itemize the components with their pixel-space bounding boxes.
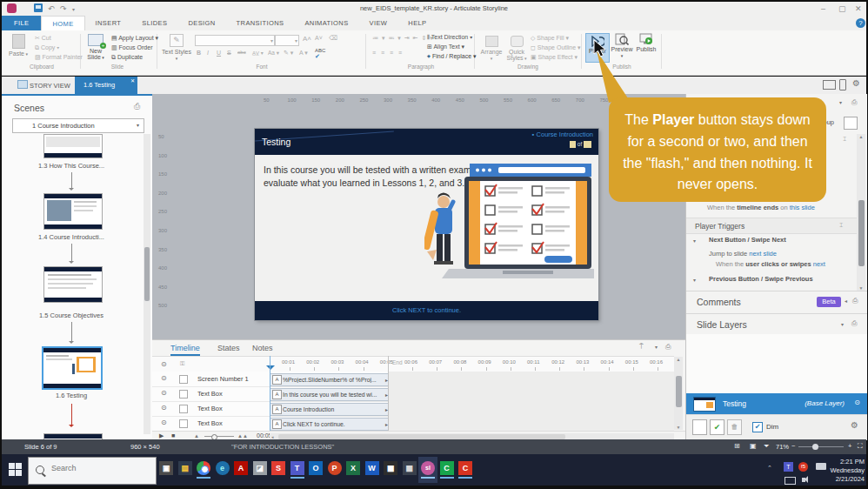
- bullets-button[interactable]: ≔ ▾ ≕ ▾ ⇥ ⇤ ⇕ ▾: [372, 35, 434, 42]
- grow-font-icon[interactable]: A˄: [303, 35, 311, 43]
- ribbon-tab-view[interactable]: VIEW: [359, 16, 398, 30]
- scenes-scrollbar[interactable]: [144, 134, 150, 434]
- expand-prev-icon[interactable]: ▾: [693, 277, 696, 283]
- strike-button[interactable]: S: [227, 50, 231, 56]
- char-spacing-button[interactable]: A̲V̲ ▾: [252, 50, 264, 56]
- comments-collapse-icon[interactable]: ◂: [845, 298, 847, 304]
- trigger-next-button[interactable]: Next Button / Swipe Next: [709, 236, 786, 244]
- tray-f5-icon[interactable]: f5: [798, 462, 808, 472]
- zoom-slider-knob[interactable]: [812, 444, 818, 450]
- row-object-name[interactable]: Screen Number 1: [197, 375, 249, 383]
- tab-states[interactable]: States: [217, 344, 240, 352]
- underline-button[interactable]: U: [217, 50, 221, 56]
- layers-gear-icon[interactable]: ⚙: [851, 420, 858, 430]
- trigger-jump-next[interactable]: Jump to slide next slide: [709, 250, 777, 258]
- ribbon-tab-animations[interactable]: ANIMATIONS: [294, 16, 358, 30]
- view-notes-icon[interactable]: ▣: [750, 442, 757, 450]
- trigger-prev-button[interactable]: Previous Button / Swipe Previous: [709, 275, 813, 283]
- align-buttons[interactable]: ≡ ≡ ≡ ≡: [372, 50, 404, 56]
- zoom-out-button[interactable]: −: [791, 442, 795, 450]
- windows-start-button[interactable]: [9, 463, 22, 476]
- slide-thumbnail-partial[interactable]: [43, 134, 103, 158]
- comments-panel-toggle-icon[interactable]: ⎙: [852, 297, 858, 305]
- slide-footer-text[interactable]: Click NEXT to continue.: [255, 306, 598, 314]
- ribbon-tab-home[interactable]: HOME: [41, 16, 84, 30]
- zoom-slider[interactable]: [798, 446, 844, 447]
- timeline-zoom-slider[interactable]: [204, 436, 234, 437]
- cut-button[interactable]: ✂ Cut: [35, 35, 51, 42]
- tab-close-icon[interactable]: ✕: [130, 77, 135, 84]
- duplicate-button[interactable]: ⧉ Duplicate: [111, 54, 143, 61]
- taskbar-app-snagit[interactable]: S: [271, 461, 285, 475]
- taskbar-app-word[interactable]: W: [365, 461, 379, 475]
- ribbon-tab-slides[interactable]: SLIDES: [131, 16, 177, 30]
- timeline-dropdown-icon[interactable]: ▾: [655, 344, 658, 350]
- taskbar-app-calculator[interactable]: ▦: [403, 461, 417, 475]
- row-duration-bar[interactable]: AClick NEXT to continue.▸: [270, 418, 390, 431]
- desktop-preview-icon[interactable]: [823, 80, 836, 90]
- duplicate-layer-button[interactable]: ✔: [710, 419, 724, 435]
- new-slide-button[interactable]: + New Slide ▾: [83, 32, 109, 64]
- arrange-button[interactable]: Arrange▾: [479, 36, 504, 67]
- focus-order-button[interactable]: ▥ Focus Order: [111, 44, 152, 51]
- row-visibility-icon[interactable]: ⊙: [161, 374, 167, 382]
- subscript-button[interactable]: abc: [237, 50, 246, 55]
- row-object-name[interactable]: Text Box: [197, 405, 223, 412]
- taskbar-app-edge[interactable]: e: [216, 461, 230, 475]
- player-triggers-header[interactable]: Player Triggers ⌶: [686, 218, 857, 234]
- view-grid-icon[interactable]: ⊞: [734, 442, 740, 450]
- ribbon-tab-design[interactable]: DESIGN: [177, 16, 225, 30]
- zoom-in-timeline-icon[interactable]: ▲▲: [237, 433, 248, 439]
- trigger-timeline-ends[interactable]: When the timeline ends on this slide: [707, 204, 815, 211]
- taskbar-app-outlook[interactable]: O: [309, 461, 323, 475]
- clear-format-icon[interactable]: ⌫: [329, 35, 337, 42]
- expand-next-icon[interactable]: ▾: [693, 238, 696, 244]
- slide-layers-dropdown-icon[interactable]: ▾: [841, 321, 844, 327]
- tray-teams-icon[interactable]: T: [784, 462, 793, 472]
- preview-button[interactable]: Preview▾: [611, 33, 633, 64]
- tray-network-icon[interactable]: [785, 477, 796, 485]
- row-visibility-icon[interactable]: ⊙: [161, 389, 167, 397]
- lock-column-icon[interactable]: ⚿: [180, 360, 184, 367]
- align-text-button[interactable]: ⊞ Align Text ▾: [427, 44, 464, 50]
- trigger-when-user[interactable]: When the user clicks or swipes next: [716, 260, 825, 268]
- font-color-button[interactable]: A ▾: [299, 50, 308, 57]
- slide-thumbnail-15[interactable]: [43, 266, 103, 303]
- scene-dropdown[interactable]: 1 Course Introduction ▾: [12, 118, 144, 133]
- taskbar-app-teams[interactable]: T: [290, 461, 304, 475]
- row-duration-bar[interactable]: AIn this course you will be tested wi...…: [270, 388, 390, 401]
- tab-timeline[interactable]: Timeline: [170, 344, 200, 356]
- row-visibility-icon[interactable]: ⊙: [161, 419, 167, 426]
- ribbon-tab-file[interactable]: FILE: [2, 16, 41, 30]
- new-layer-button[interactable]: [692, 419, 707, 435]
- apply-layout-button[interactable]: ▤ Apply Layout ▾: [111, 35, 158, 42]
- comments-title[interactable]: Comments: [697, 297, 741, 307]
- quick-styles-button[interactable]: QuickStyles ▾: [504, 36, 529, 67]
- slide-label-15[interactable]: 1.5 Course Objectives: [2, 311, 141, 319]
- shape-outline-button[interactable]: ◻ Shape Outline ▾: [531, 44, 581, 51]
- triggers-scrollbar[interactable]: ▲ ▼: [857, 134, 865, 291]
- base-layer-row-selected[interactable]: Testing (Base Layer) ⊙: [686, 393, 867, 414]
- search-input[interactable]: [50, 463, 149, 473]
- delete-layer-button[interactable]: 🗑: [727, 419, 742, 435]
- format-painter-button[interactable]: ▨ Format Painter: [35, 54, 83, 61]
- maximize-button[interactable]: ▢: [838, 3, 846, 14]
- triggers-dropdown-icon[interactable]: ▾: [839, 99, 842, 105]
- taskbar-app-storyline[interactable]: sl: [421, 461, 435, 475]
- slide-thumbnail-16-selected[interactable]: [42, 346, 103, 390]
- taskbar-search[interactable]: [28, 457, 157, 485]
- italic-button[interactable]: I: [207, 50, 209, 56]
- row-object-name[interactable]: Text Box: [197, 390, 223, 398]
- paste-button[interactable]: Paste ▾: [5, 32, 31, 64]
- timeline-ruler[interactable]: 00:0100:0200:0300:0400:0500:0600:0700:08…: [270, 357, 674, 372]
- tab-notes[interactable]: Notes: [252, 344, 273, 352]
- tab-story-view[interactable]: STORY VIEW: [17, 80, 70, 90]
- zoom-out-timeline-icon[interactable]: ▲: [194, 433, 199, 439]
- slide-label-14[interactable]: 1.4 Course Introducti...: [2, 233, 141, 241]
- mobile-preview-icon[interactable]: [839, 79, 846, 90]
- view-filter-icon[interactable]: ⏷: [764, 442, 769, 451]
- triggers-panel-toggle-icon[interactable]: ⎙: [851, 98, 857, 107]
- publish-button[interactable]: Publish: [635, 33, 658, 64]
- eye-column-icon[interactable]: ⊙: [161, 360, 167, 368]
- slide-label-13[interactable]: 1.3 How This Course...: [2, 162, 141, 170]
